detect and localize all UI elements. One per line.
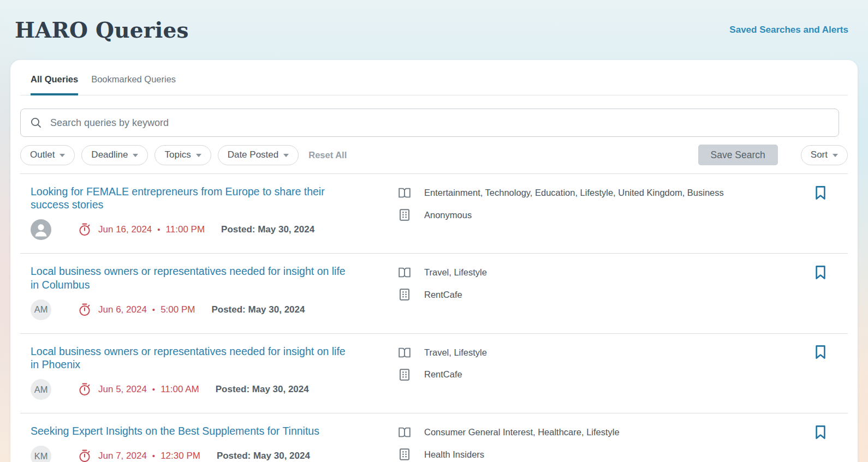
avatar: AM (31, 379, 51, 400)
chevron-down-icon (196, 154, 201, 157)
outlet-line: RentCafe (397, 287, 848, 302)
outlet-text: Health Insiders (424, 449, 484, 460)
posted-date: Posted: May 30, 2024 (217, 451, 310, 461)
sort-label: Sort (811, 149, 828, 160)
chevron-down-icon (60, 154, 65, 157)
building-icon (397, 208, 412, 222)
deadline-date: Jun 7, 2024 (98, 451, 147, 461)
book-icon (397, 346, 412, 359)
query-title-link[interactable]: Local business owners or representatives… (31, 265, 347, 291)
stopwatch-icon (78, 303, 92, 317)
query-title-link[interactable]: Seeking Expert Insights on the Best Supp… (31, 424, 347, 437)
reset-all-button[interactable]: Reset All (308, 150, 347, 160)
deadline-filter-button[interactable]: Deadline (81, 145, 148, 165)
deadline-time: 11:00 PM (166, 224, 205, 235)
query-title-link[interactable]: Looking for FEMALE entrepreneurs from Eu… (31, 185, 347, 211)
date-posted-filter-label: Date Posted (228, 149, 279, 160)
deadline-time: 12:30 PM (160, 451, 200, 461)
date-posted-filter-button[interactable]: Date Posted (218, 145, 299, 165)
building-icon (397, 447, 412, 461)
deadline-filter-label: Deadline (91, 149, 128, 160)
deadline: Jun 7, 2024 12:30 PM (78, 449, 200, 462)
search-input[interactable] (50, 117, 830, 129)
bookmark-button[interactable] (815, 265, 826, 280)
query-row: Seeking Expert Insights on the Best Supp… (20, 413, 848, 462)
avatar: KM (31, 446, 51, 462)
tab-all-queries[interactable]: All Queries (31, 71, 78, 95)
outlet-text: RentCafe (424, 290, 462, 300)
dot-separator (147, 384, 160, 395)
topics-text: Consumer General Interest, Healthcare, L… (424, 427, 620, 437)
posted-date: Posted: May 30, 2024 (216, 384, 309, 395)
top-bar: HARO Queries Saved Searches and Alerts (0, 0, 868, 60)
bookmark-icon (815, 425, 826, 440)
dot-separator (152, 224, 165, 235)
deadline: Jun 6, 2024 5:00 PM (78, 303, 195, 317)
chevron-down-icon (833, 154, 838, 157)
topics-line: Travel, Lifestyle (397, 346, 848, 359)
outlet-line: Anonymous (397, 208, 848, 222)
outlet-text: RentCafe (424, 369, 462, 380)
avatar (31, 219, 51, 240)
outlet-line: Health Insiders (397, 447, 848, 461)
query-list: Looking for FEMALE entrepreneurs from Eu… (20, 173, 848, 462)
outlet-line: RentCafe (397, 368, 848, 382)
topics-text: Travel, Lifestyle (424, 267, 487, 278)
tabs-bar: All Queries Bookmarked Queries (20, 60, 848, 95)
search-box[interactable] (20, 109, 839, 137)
book-icon (397, 266, 412, 279)
dot-separator (147, 451, 160, 461)
dot-separator (147, 304, 160, 315)
deadline: Jun 5, 2024 11:00 AM (78, 382, 199, 397)
outlet-filter-button[interactable]: Outlet (20, 145, 75, 165)
topics-line: Travel, Lifestyle (397, 266, 848, 279)
page-title: HARO Queries (15, 17, 189, 43)
query-row: Local business owners or representatives… (20, 333, 848, 413)
deadline-date: Jun 6, 2024 (98, 304, 147, 315)
bookmark-icon (815, 265, 826, 280)
bookmark-icon (815, 185, 826, 200)
deadline-time: 5:00 PM (160, 304, 195, 315)
filter-right-group: Save Search Sort (698, 145, 848, 165)
topics-text: Entertainment, Technology, Education, Li… (424, 188, 724, 198)
filter-bar: Outlet Deadline Topics Date Posted Reset… (20, 145, 848, 165)
queries-card: All Queries Bookmarked Queries Outlet De… (10, 60, 858, 462)
stopwatch-icon (78, 449, 92, 462)
avatar: AM (31, 299, 51, 320)
outlet-filter-label: Outlet (30, 149, 55, 160)
topics-filter-label: Topics (164, 149, 191, 160)
query-row: Local business owners or representatives… (20, 253, 848, 333)
person-icon (31, 219, 51, 240)
posted-date: Posted: May 30, 2024 (221, 224, 314, 235)
chevron-down-icon (283, 154, 289, 157)
deadline-date: Jun 5, 2024 (98, 384, 147, 395)
deadline: Jun 16, 2024 11:00 PM (78, 223, 205, 237)
saved-searches-link[interactable]: Saved Searches and Alerts (729, 25, 848, 35)
outlet-text: Anonymous (424, 210, 472, 220)
stopwatch-icon (78, 382, 92, 397)
building-icon (397, 287, 412, 302)
topics-text: Travel, Lifestyle (424, 347, 487, 358)
building-icon (397, 368, 412, 382)
tab-bookmarked-queries[interactable]: Bookmarked Queries (91, 71, 176, 95)
topics-line: Consumer General Interest, Healthcare, L… (397, 425, 848, 439)
bookmark-button[interactable] (815, 185, 826, 200)
book-icon (397, 186, 412, 200)
query-row: Looking for FEMALE entrepreneurs from Eu… (20, 174, 848, 253)
book-icon (397, 425, 412, 439)
deadline-date: Jun 16, 2024 (98, 224, 152, 235)
topics-filter-button[interactable]: Topics (154, 145, 211, 165)
topics-line: Entertainment, Technology, Education, Li… (397, 186, 848, 200)
bookmark-icon (815, 345, 826, 359)
posted-date: Posted: May 30, 2024 (211, 304, 305, 315)
deadline-time: 11:00 AM (160, 384, 199, 395)
bookmark-button[interactable] (815, 424, 826, 440)
stopwatch-icon (78, 223, 92, 237)
search-icon (29, 116, 43, 129)
chevron-down-icon (133, 154, 138, 157)
bookmark-button[interactable] (815, 345, 826, 360)
query-title-link[interactable]: Local business owners or representatives… (31, 345, 347, 371)
sort-button[interactable]: Sort (801, 145, 848, 165)
save-search-button[interactable]: Save Search (698, 145, 778, 165)
